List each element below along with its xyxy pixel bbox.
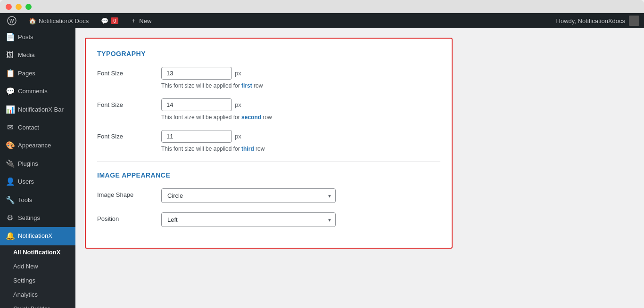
users-icon: 👤 <box>6 177 14 187</box>
submenu-analytics[interactable]: Analytics <box>0 288 75 302</box>
position-row: Position Left Right Top ▾ <box>97 212 440 227</box>
comments-icon: 💬 <box>6 86 14 97</box>
admin-bar-right: Howdy, NotificationXdocs <box>556 16 639 26</box>
input-unit-2: px <box>161 98 272 111</box>
hint-text-1: This font size will be applied for first… <box>161 82 263 89</box>
input-unit-3: px <box>161 130 264 143</box>
font-size-label-1: Font Size <box>97 67 154 77</box>
font-size-row-2: Font Size px This font size will be appl… <box>97 98 440 121</box>
new-item[interactable]: ＋ New <box>128 16 154 25</box>
font-size-input-1[interactable] <box>161 67 232 80</box>
image-appearance-title: IMAGE APPEARANCE <box>97 171 440 179</box>
home-icon: 🏠 <box>29 17 36 24</box>
plugins-icon: 🔌 <box>6 159 14 169</box>
sidebar-item-posts[interactable]: 📄 Posts <box>0 28 75 46</box>
settings-panel: TYPOGRAPHY Font Size px This font size w… <box>85 38 453 249</box>
image-shape-label: Image Shape <box>97 188 154 198</box>
admin-bar: W 🏠 NotificationX Docs 💬 0 ＋ New Howdy, … <box>0 13 644 28</box>
sidebar-item-plugins[interactable]: 🔌 Plugins <box>0 155 75 173</box>
image-shape-select[interactable]: Circle Square Rounded <box>161 188 336 203</box>
sidebar-item-settings[interactable]: ⚙ Settings <box>0 209 75 227</box>
sidebar-item-notificationx[interactable]: 🔔 NotificationX <box>0 227 75 245</box>
settings-icon: ⚙ <box>6 213 14 223</box>
plus-icon: ＋ <box>131 16 137 25</box>
notificationx-bar-icon: 📊 <box>6 105 14 115</box>
maximize-btn[interactable] <box>25 4 32 10</box>
submenu-add-new[interactable]: Add New <box>0 259 75 274</box>
sidebar-item-comments[interactable]: 💬 Comments <box>0 82 75 100</box>
position-select-wrapper: Left Right Top ▾ <box>161 212 336 227</box>
posts-icon: 📄 <box>6 32 14 42</box>
sidebar-item-notificationx-bar[interactable]: 📊 NotificationX Bar <box>0 101 75 119</box>
wp-logo[interactable]: W <box>5 16 19 25</box>
image-shape-row: Image Shape Circle Square Rounded ▾ <box>97 188 440 203</box>
font-size-row-1: Font Size px This font size will be appl… <box>97 67 440 89</box>
font-size-label-2: Font Size <box>97 98 154 108</box>
notificationx-icon: 🔔 <box>6 231 14 241</box>
image-shape-select-wrapper: Circle Square Rounded ▾ <box>161 188 336 203</box>
appearance-icon: 🎨 <box>6 140 14 151</box>
input-unit-1: px <box>161 67 263 80</box>
section-divider <box>97 162 440 162</box>
sidebar-item-appearance[interactable]: 🎨 Appearance <box>0 137 75 154</box>
font-size-field-group-2: px This font size will be applied for se… <box>161 98 272 121</box>
font-size-input-2[interactable] <box>161 98 232 111</box>
sidebar-item-media[interactable]: 🖼 Media <box>0 46 75 64</box>
unit-label-3: px <box>235 133 241 140</box>
comment-icon: 💬 <box>101 17 108 24</box>
howdy-text: Howdy, NotificationXdocs <box>556 17 625 24</box>
sidebar-item-tools[interactable]: 🔧 Tools <box>0 191 75 209</box>
tools-icon: 🔧 <box>6 195 14 205</box>
unit-label-2: px <box>235 101 241 108</box>
position-select[interactable]: Left Right Top <box>161 212 336 227</box>
contact-icon: ✉ <box>6 122 14 133</box>
font-size-label-3: Font Size <box>97 130 154 140</box>
title-bar <box>0 0 644 13</box>
submenu-all-notificationx[interactable]: All NotificationX <box>0 245 75 259</box>
layout: 📄 Posts 🖼 Media 📋 Pages 💬 Comments 📊 Not… <box>0 28 644 308</box>
pages-icon: 📋 <box>6 68 14 79</box>
sidebar: 📄 Posts 🖼 Media 📋 Pages 💬 Comments 📊 Not… <box>0 28 75 308</box>
font-size-input-3[interactable] <box>161 130 232 143</box>
sidebar-item-pages[interactable]: 📋 Pages <box>0 65 75 82</box>
typography-title: TYPOGRAPHY <box>97 50 440 57</box>
site-name[interactable]: 🏠 NotificationX Docs <box>26 17 91 24</box>
font-size-row-3: Font Size px This font size will be appl… <box>97 130 440 152</box>
media-icon: 🖼 <box>6 50 14 60</box>
avatar-icon <box>629 16 639 26</box>
sidebar-item-users[interactable]: 👤 Users <box>0 173 75 191</box>
sidebar-item-contact[interactable]: ✉ Contact <box>0 119 75 137</box>
minimize-btn[interactable] <box>16 4 22 10</box>
comments-count: 0 <box>111 17 118 24</box>
close-btn[interactable] <box>6 4 12 10</box>
unit-label-1: px <box>235 70 241 77</box>
svg-text:W: W <box>9 18 14 24</box>
hint-text-2: This font size will be applied for secon… <box>161 114 272 121</box>
notificationx-submenu: All NotificationX Add New Settings Analy… <box>0 245 75 308</box>
position-label: Position <box>97 212 154 222</box>
font-size-field-group-3: px This font size will be applied for th… <box>161 130 264 152</box>
submenu-settings[interactable]: Settings <box>0 274 75 288</box>
comments-item[interactable]: 💬 0 <box>99 17 121 24</box>
hint-text-3: This font size will be applied for third… <box>161 146 264 152</box>
font-size-field-group-1: px This font size will be applied for fi… <box>161 67 263 89</box>
submenu-quick-builder[interactable]: Quick Builder <box>0 302 75 308</box>
main-content: TYPOGRAPHY Font Size px This font size w… <box>75 28 644 308</box>
